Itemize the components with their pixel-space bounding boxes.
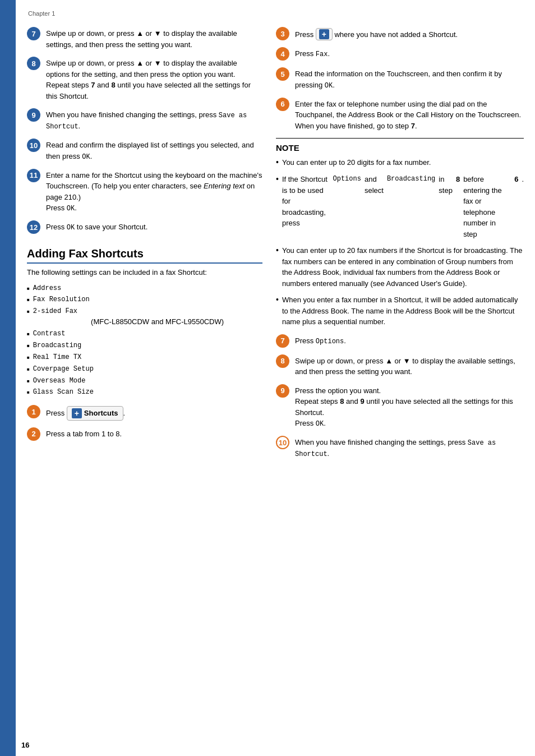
step-text-r9b: Press the option you want. Repeat steps … <box>295 384 524 430</box>
step-badge-r7b: 7 <box>276 334 289 348</box>
step-badge-r4: 4 <box>276 47 289 61</box>
section-intro: The following settings can be included i… <box>27 267 262 278</box>
step-badge-r6: 6 <box>276 98 289 111</box>
step-text-r4: Press Fax. <box>295 47 524 59</box>
note-item-2: If the Shortcut is to be used for broadc… <box>276 174 524 239</box>
step-badge-9: 9 <box>27 108 40 122</box>
step-text-2: Press a tab from 1 to 8. <box>46 427 262 440</box>
step-1: 1 Press + Shortcuts . <box>27 405 262 421</box>
step-text-r8b: Swipe up or down, or press ▲ or ▼ to dis… <box>295 354 524 377</box>
step-text-r3: Press + where you have not added a Short… <box>295 27 524 40</box>
list-item: 2-sided Fax (MFC-L8850CDW and MFC-L9550C… <box>27 307 262 327</box>
step-2: 2 Press a tab from 1 to 8. <box>27 427 262 441</box>
step-text-1: Press + Shortcuts . <box>46 405 262 421</box>
step-badge-10: 10 <box>27 139 40 152</box>
step-badge-8: 8 <box>27 57 40 70</box>
r-step-3: 3 Press + where you have not added a Sho… <box>276 27 524 40</box>
list-item: Broadcasting <box>27 341 262 351</box>
step-text-7: Swipe up or down, or press ▲ or ▼ to dis… <box>46 27 262 50</box>
step-text-8: Swipe up or down, or press ▲ or ▼ to dis… <box>46 57 262 102</box>
list-item: Address <box>27 284 262 293</box>
step-badge-r3: 3 <box>276 27 289 40</box>
step-text-r6: Enter the fax or telephone number using … <box>295 98 524 132</box>
note-item-1: You can enter up to 20 digits for a fax … <box>276 157 524 168</box>
list-item: Coverpage Setup <box>27 365 262 374</box>
list-item: Contrast <box>27 329 262 339</box>
r-step-10b: 10 When you have finished changing the s… <box>276 436 524 459</box>
list-item: Overseas Mode <box>27 376 262 386</box>
step-text-r10b: When you have finished changing the sett… <box>295 436 524 459</box>
bullet-list: Address Fax Resolution 2-sided Fax (MFC-… <box>27 284 262 398</box>
step-badge-r10b: 10 <box>276 436 289 449</box>
step-badge-11: 11 <box>27 169 40 182</box>
step-8: 8 Swipe up or down, or press ▲ or ▼ to d… <box>27 57 262 102</box>
note-title: NOTE <box>276 143 524 153</box>
r-step-9b: 9 Press the option you want. Repeat step… <box>276 384 524 430</box>
note-box: NOTE You can enter up to 20 digits for a… <box>276 138 524 328</box>
step-badge-r5: 5 <box>276 67 289 81</box>
shortcuts-label: Shortcuts <box>84 408 118 419</box>
page-number: 16 <box>21 741 29 749</box>
step-text-9: When you have finished changing the sett… <box>46 108 262 132</box>
note-list: You can enter up to 20 digits for a fax … <box>276 157 524 328</box>
step-9: 9 When you have finished changing the se… <box>27 108 262 132</box>
left-bar <box>0 0 16 756</box>
right-column: 3 Press + where you have not added a Sho… <box>276 27 524 745</box>
left-column: 7 Swipe up or down, or press ▲ or ▼ to d… <box>27 27 262 745</box>
plus-icon: + <box>72 408 82 418</box>
plus-button-inline[interactable]: + <box>316 28 333 40</box>
note-item-3: You can enter up to 20 fax numbers if th… <box>276 245 524 289</box>
r-step-6: 6 Enter the fax or telephone number usin… <box>276 98 524 132</box>
plus-icon-inline: + <box>319 29 329 39</box>
r-step-4: 4 Press Fax. <box>276 47 524 61</box>
step-badge-2: 2 <box>27 427 40 441</box>
step-badge-r8b: 8 <box>276 354 289 368</box>
step-10: 10 Read and confirm the displayed list o… <box>27 139 262 162</box>
step-text-r5: Read the information on the Touchscreen,… <box>295 67 524 91</box>
r-step-7b: 7 Press Options. <box>276 334 524 348</box>
list-item: Real Time TX <box>27 353 262 362</box>
shortcuts-button[interactable]: + Shortcuts <box>67 406 123 421</box>
step-text-r7b: Press Options. <box>295 334 524 347</box>
step-text-10: Read and confirm the displayed list of s… <box>46 139 262 162</box>
step-7: 7 Swipe up or down, or press ▲ or ▼ to d… <box>27 27 262 50</box>
step-badge-12: 12 <box>27 220 40 234</box>
r-step-5: 5 Read the information on the Touchscree… <box>276 67 524 91</box>
step-text-12: Press OK to save your Shortcut. <box>46 220 262 233</box>
note-item-4: When you enter a fax number in a Shortcu… <box>276 294 524 328</box>
list-item: Fax Resolution <box>27 295 262 305</box>
list-item: Glass Scan Size <box>27 388 262 397</box>
r-step-8b: 8 Swipe up or down, or press ▲ or ▼ to d… <box>276 354 524 377</box>
section-heading: Adding Fax Shortcuts <box>27 247 262 264</box>
step-11: 11 Enter a name for the Shortcut using t… <box>27 169 262 214</box>
step-badge-1: 1 <box>27 405 40 418</box>
step-badge-r9b: 9 <box>276 384 289 398</box>
step-text-11: Enter a name for the Shortcut using the … <box>46 169 262 214</box>
step-badge-7: 7 <box>27 27 40 40</box>
chapter-label: Chapter 1 <box>27 10 524 17</box>
step-12: 12 Press OK to save your Shortcut. <box>27 220 262 234</box>
